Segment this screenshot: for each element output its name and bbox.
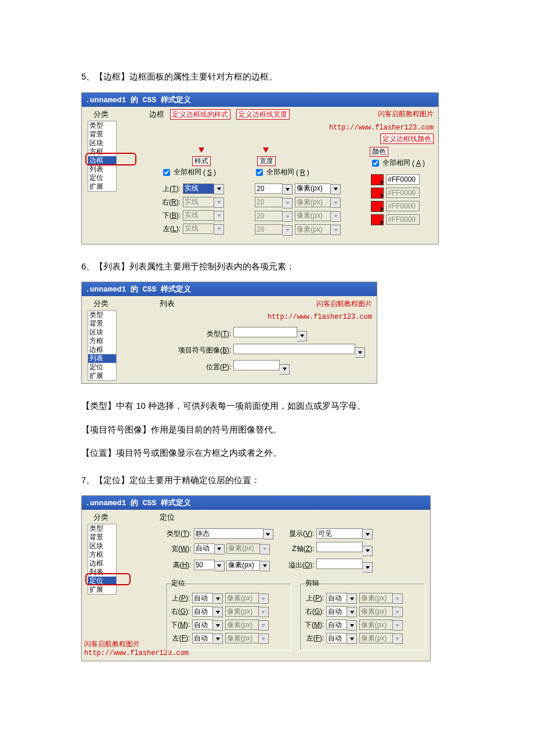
clip-right[interactable]: 自动 [326,606,347,617]
chevron-down-icon[interactable] [363,562,373,573]
pos-right[interactable]: 自动 [192,606,213,617]
cat-list[interactable]: 列表 [88,354,116,363]
pos-height[interactable]: 50 [194,560,215,570]
pos-height-unit[interactable]: 像素(px) [226,560,260,571]
color-swatch[interactable] [371,201,384,212]
watermark-url: http://www.flasher123.com [329,124,434,132]
grp-width: 宽度 [257,156,276,166]
style-top[interactable]: 实线 [183,183,214,194]
color-top[interactable]: #FF0000 [386,174,420,185]
chevron-down-icon[interactable] [215,544,225,555]
chevron-down-icon[interactable] [331,184,341,195]
chevron-down-icon[interactable] [363,546,373,556]
arrow-icon [199,147,204,156]
cat-pos[interactable]: 定位 [88,363,116,372]
chevron-down-icon[interactable] [264,529,273,539]
cat-list[interactable]: 列表 [88,568,116,577]
chevron-down-icon[interactable] [355,347,365,358]
pos-overflow[interactable] [316,559,363,569]
unit-left: 像素(px) [295,224,331,235]
section6-heading: 6、【列表】列表属性主要用于控制列表内的各项元素： [81,258,459,275]
chevron-down-icon[interactable] [363,529,373,539]
cat-box[interactable]: 方框 [88,550,116,559]
cat-bg[interactable]: 背景 [88,130,116,139]
cat-type[interactable]: 类型 [88,121,116,130]
list-bullet[interactable] [233,344,355,354]
pos-visibility[interactable]: 可见 [316,528,363,539]
watermark-title: 闪客启航教程图片 [316,299,372,309]
unit-top[interactable]: 像素(px) [295,183,331,194]
all-same-style[interactable]: 全部相同(S) [161,167,242,178]
cat-ext[interactable]: 扩展 [88,585,116,594]
dialog-title: .unnamed1 的 CSS 样式定义 [82,496,430,510]
dialog-title: .unnamed1 的 CSS 样式定义 [82,93,438,107]
cat-border[interactable]: 边框 [88,345,116,354]
pos-group: 定位 上(P): 自动 像素(px) 右(G): 自动 像素(px) 下(M):… [165,578,291,650]
pos-type[interactable]: 静态 [194,528,264,539]
chevron-down-icon [283,198,293,208]
grp-style: 样式 [192,156,211,166]
all-same-color[interactable]: 全部相同(A) [370,158,434,168]
list-position[interactable] [233,360,280,370]
cat-bg[interactable]: 背景 [88,319,116,328]
section5-heading: 5、【边框】边框面板的属性主要针对方框的边框。 [81,69,459,85]
chevron-down-icon[interactable] [214,184,224,195]
cat-ext[interactable]: 扩展 [88,372,116,380]
color-swatch[interactable] [371,214,384,225]
cat-pos[interactable]: 定位 [88,174,116,182]
cat-block[interactable]: 区块 [88,139,116,147]
cat-bg[interactable]: 背景 [88,533,116,542]
note-type: 【类型】中有 10 种选择，可供列表每一项前面使用，如圆点或罗马字母。 [81,398,459,415]
cat-border[interactable]: 边框 [88,559,116,568]
color-left: #FF0000 [386,214,420,225]
chevron-down-icon [214,197,224,208]
chevron-down-icon [283,211,293,222]
panel-title-border: 边框 [149,109,169,120]
chevron-down-icon[interactable] [215,561,225,571]
cat-box[interactable]: 方框 [88,147,116,156]
pos-left[interactable]: 自动 [192,633,213,643]
panel-title-list: 列表 [160,298,175,309]
width-top[interactable]: 20 [255,183,283,194]
all-same-width[interactable]: 全部相同(R) [254,167,358,178]
category-list[interactable]: 类型 背景 区块 方框 边框 列表 定位 扩展 [88,310,117,381]
category-list[interactable]: 类型 背景 区块 方框 边框 列表 定位 扩展 [88,524,117,595]
pos-z[interactable] [316,542,363,552]
cat-box[interactable]: 方框 [88,337,116,345]
clip-bottom[interactable]: 自动 [326,620,347,630]
cat-type[interactable]: 类型 [88,311,116,319]
clip-top[interactable]: 自动 [326,593,347,603]
chevron-down-icon [283,225,293,236]
chevron-down-icon [214,211,224,221]
sidebar-label: 分类 [82,296,157,310]
category-list[interactable]: 类型 背景 区块 方框 边框 列表 定位 扩展 [88,121,117,192]
panel-title-pos: 定位 [160,512,175,523]
cat-type[interactable]: 类型 [88,524,116,533]
chevron-down-icon[interactable] [297,331,307,341]
width-bottom: 20 [255,211,283,221]
callout-color: 定义边框线颜色 [380,134,434,144]
width-right: 20 [255,197,283,207]
cat-border[interactable]: 边框 [88,156,116,165]
cat-block[interactable]: 区块 [88,328,116,337]
pos-width[interactable]: 自动 [194,543,215,554]
pos-bottom[interactable]: 自动 [192,620,213,630]
pos-width-unit: 像素(px) [226,543,260,554]
note-position: 【位置】项目符号或图像显示在方框之内或者之外。 [81,445,459,462]
chevron-down-icon[interactable] [260,561,270,571]
chevron-down-icon[interactable] [283,184,293,195]
chevron-down-icon[interactable] [280,364,290,375]
color-swatch[interactable] [371,174,384,185]
cat-pos[interactable]: 定位 [88,577,116,585]
color-right: #FF0000 [386,188,420,198]
cat-ext[interactable]: 扩展 [88,182,116,191]
list-type[interactable] [233,327,297,337]
pos-top[interactable]: 自动 [192,593,213,603]
cat-list[interactable]: 列表 [88,165,116,174]
clip-left[interactable]: 自动 [326,633,347,643]
cat-block[interactable]: 区块 [88,542,116,550]
callout-style: 定义边框线的样式 [170,109,230,120]
chevron-down-icon[interactable] [213,593,223,604]
color-swatch[interactable] [371,188,384,199]
callout-width: 定义边框线宽度 [236,109,290,120]
